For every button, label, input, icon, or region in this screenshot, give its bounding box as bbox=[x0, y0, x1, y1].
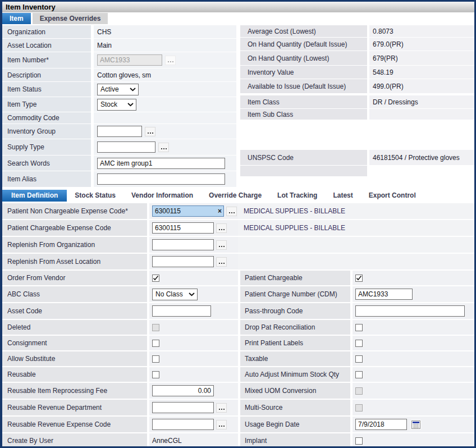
replenish-org-browse-button[interactable] bbox=[216, 240, 227, 250]
patient-non-chargeable-label: Patient Non Chargeable Expense Code* bbox=[2, 203, 147, 219]
consignment-checkbox[interactable] bbox=[152, 340, 159, 347]
inventory-value-label: Inventory Value bbox=[240, 66, 367, 79]
patient-charge-number-field[interactable] bbox=[355, 289, 413, 300]
revenue-expense-code-field[interactable] bbox=[152, 419, 214, 430]
check-icon bbox=[153, 275, 159, 281]
deleted-label: Deleted bbox=[2, 320, 147, 335]
row-description: Description Cotton gloves, sm bbox=[2, 68, 236, 81]
row-on-hand-lowest: On Hand Quantity (Lowest) 679(PR) bbox=[240, 51, 474, 65]
row-commodity-code: Commodity Code bbox=[2, 112, 236, 124]
multi-source-checkbox bbox=[355, 404, 363, 412]
item-alias-label: Item Alias bbox=[2, 171, 91, 187]
revenue-department-field[interactable] bbox=[152, 402, 214, 413]
usage-begin-date-field[interactable] bbox=[355, 419, 407, 430]
average-cost-value: 0.8073 bbox=[369, 25, 474, 37]
reusable-checkbox[interactable] bbox=[152, 371, 159, 378]
item-type-label: Item Type bbox=[2, 97, 91, 112]
auto-adjust-min-stock-checkbox[interactable] bbox=[355, 371, 363, 378]
chevron-down-icon bbox=[189, 292, 195, 296]
calendar-icon[interactable] bbox=[411, 420, 421, 429]
consignment-label: Consignment bbox=[2, 336, 147, 350]
summary-right-column: Average Cost (Lowest) 0.8073 On Hand Qua… bbox=[240, 25, 474, 188]
order-from-vendor-checkbox[interactable] bbox=[152, 275, 159, 282]
patient-non-chargeable-field[interactable] bbox=[152, 205, 224, 217]
asset-location-value: Main bbox=[94, 39, 236, 52]
pass-through-code-field[interactable] bbox=[355, 305, 465, 317]
item-sub-class-value bbox=[369, 109, 474, 120]
asset-code-field[interactable] bbox=[152, 305, 211, 317]
revenue-expense-code-browse-button[interactable] bbox=[216, 420, 227, 429]
unspsc-code-value: 46181504 / Protective gloves bbox=[369, 150, 474, 165]
deleted-checkbox bbox=[152, 324, 159, 331]
patient-non-chargeable-browse-button[interactable] bbox=[226, 207, 237, 216]
organization-value: CHS bbox=[94, 25, 236, 38]
item-class-label: Item Class bbox=[240, 95, 367, 108]
tab-item-definition[interactable]: Item Definition bbox=[2, 190, 67, 202]
patient-chargeable-code-browse-button[interactable] bbox=[216, 223, 227, 233]
available-to-issue-value: 499.0(PR) bbox=[369, 79, 474, 93]
replenish-asset-field[interactable] bbox=[152, 256, 214, 267]
description-value: Cotton gloves, sm bbox=[94, 68, 236, 81]
abc-class-select[interactable]: No Class bbox=[152, 289, 198, 300]
check-icon bbox=[356, 275, 362, 281]
patient-chargeable-checkbox[interactable] bbox=[355, 275, 363, 282]
on-hand-lowest-label: On Hand Quantity (Lowest) bbox=[240, 51, 367, 65]
item-status-select[interactable]: Active bbox=[97, 84, 139, 95]
implant-checkbox[interactable] bbox=[355, 437, 363, 445]
replenish-asset-label: Replenish From Asset Location bbox=[2, 254, 147, 269]
row-available-to-issue: Available to Issue (Default Issue) 499.0… bbox=[240, 79, 474, 93]
asset-location-label: Asset Location bbox=[2, 39, 91, 52]
drop-pat-reconciliation-checkbox[interactable] bbox=[355, 324, 363, 331]
tab-item[interactable]: Item bbox=[2, 13, 31, 24]
tab-override-charge[interactable]: Override Charge bbox=[201, 190, 269, 202]
chevron-down-icon bbox=[127, 103, 134, 107]
supply-type-label: Supply Type bbox=[2, 139, 91, 155]
item-sub-class-label: Item Sub Class bbox=[240, 109, 367, 120]
revenue-department-browse-button[interactable] bbox=[216, 403, 227, 413]
item-number-browse-button[interactable] bbox=[165, 56, 176, 65]
patient-chargeable-code-field[interactable] bbox=[152, 222, 214, 234]
inventory-group-browse-button[interactable] bbox=[145, 127, 155, 136]
inventory-group-label: Inventory Group bbox=[2, 124, 91, 139]
mixed-uom-checkbox bbox=[355, 387, 363, 395]
inventory-value-value: 548.19 bbox=[369, 66, 474, 79]
search-words-field[interactable] bbox=[97, 158, 225, 169]
inventory-group-field[interactable] bbox=[97, 126, 142, 137]
item-inventory-window: Item Inventory Item Expense Overrides Or… bbox=[0, 0, 476, 448]
item-summary-section: Organization CHS Asset Location Main Ite… bbox=[2, 24, 474, 188]
tab-expense-overrides[interactable]: Expense Overrides bbox=[33, 13, 108, 24]
row-replenish-asset: Replenish From Asset Location bbox=[2, 254, 474, 269]
item-number-field bbox=[97, 54, 162, 66]
create-by-user-value: AnneCGL bbox=[149, 433, 238, 448]
reprocessing-fee-label: Reusable Item Reprocessing Fee bbox=[2, 383, 147, 399]
allow-substitute-checkbox[interactable] bbox=[152, 355, 159, 363]
clear-field-icon[interactable]: × bbox=[218, 208, 222, 214]
row-item-sub-class: Item Sub Class bbox=[240, 109, 474, 120]
unspsc-code-label: UNSPSC Code bbox=[240, 150, 367, 165]
item-type-select[interactable]: Stock bbox=[97, 99, 136, 111]
row-reprocessing-fee: Reusable Item Reprocessing Fee Mixed UOM… bbox=[2, 383, 474, 399]
tab-stock-status[interactable]: Stock Status bbox=[67, 190, 123, 202]
tab-latest[interactable]: Latest bbox=[325, 190, 360, 202]
reprocessing-fee-field[interactable] bbox=[152, 385, 214, 396]
row-abc-class: ABC Class No Class Patient Charge Number… bbox=[2, 286, 474, 302]
search-words-label: Search Words bbox=[2, 156, 91, 171]
replenish-asset-browse-button[interactable] bbox=[216, 257, 227, 267]
row-revenue-department: Reusable Revenue Department Multi-Source bbox=[2, 400, 474, 415]
item-alias-field[interactable] bbox=[97, 173, 225, 185]
print-patient-labels-checkbox[interactable] bbox=[355, 340, 363, 347]
taxable-checkbox[interactable] bbox=[355, 355, 363, 363]
tab-vendor-information[interactable]: Vendor Information bbox=[123, 190, 201, 202]
print-patient-labels-label: Print Patient Labels bbox=[240, 336, 350, 350]
tab-lot-tracking[interactable]: Lot Tracking bbox=[269, 190, 325, 202]
replenish-org-field[interactable] bbox=[152, 239, 214, 250]
on-hand-default-label: On Hand Quantity (Default Issue) bbox=[240, 38, 367, 51]
supply-type-browse-button[interactable] bbox=[158, 143, 169, 152]
row-on-hand-default: On Hand Quantity (Default Issue) 679.0(P… bbox=[240, 38, 474, 51]
item-number-label: Item Number* bbox=[2, 52, 91, 68]
on-hand-lowest-value: 679(PR) bbox=[369, 51, 474, 65]
supply-type-field[interactable] bbox=[97, 141, 155, 153]
revenue-department-label: Reusable Revenue Department bbox=[2, 400, 147, 415]
row-create-by-user: Create By User AnneCGL Implant bbox=[2, 433, 474, 448]
tab-export-control[interactable]: Export Control bbox=[361, 190, 424, 202]
